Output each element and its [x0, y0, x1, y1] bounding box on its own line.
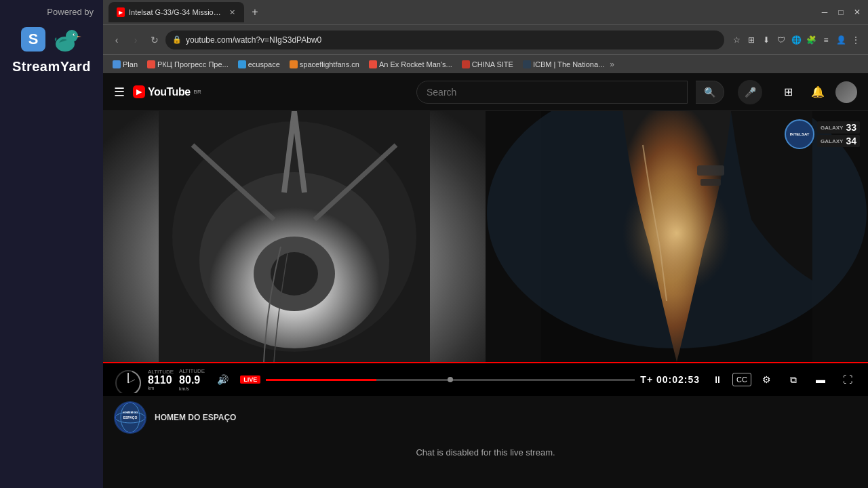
svg-point-1 [66, 30, 78, 42]
streamyard-panel: Powered by S StreamYard [0, 0, 103, 488]
new-tab-button[interactable]: + [247, 4, 263, 20]
forward-button[interactable]: › [127, 32, 144, 48]
puzzle-extensions-icon[interactable]: 🧩 [804, 33, 818, 47]
intelsat-num-33: GALAXY 33 [817, 121, 860, 134]
bookmark-rkc[interactable]: РКЦ Прогресс Пре... [143, 59, 233, 70]
youtube-search-input[interactable] [427, 87, 677, 98]
bookmark-star-icon[interactable]: ☆ [730, 33, 743, 47]
youtube-create-button[interactable]: ⊞ [776, 80, 800, 104]
timeline-progress [266, 379, 376, 381]
youtube-logo-br: BR [194, 89, 201, 95]
pause-button[interactable]: ⏸ [705, 367, 730, 392]
fullscreen-button[interactable]: ⛶ [835, 367, 860, 392]
youtube-logo[interactable]: YouTube BR [133, 85, 201, 98]
bookmark-chinasite[interactable]: CHINA SITE [458, 59, 517, 70]
translate-icon[interactable]: 🌐 [789, 33, 803, 47]
minimize-button[interactable]: ─ [819, 7, 830, 18]
browser-window: Intelsat G-33/G-34 Mission - You... ✕ + … [103, 0, 868, 488]
svg-rect-16 [697, 165, 724, 176]
shield-icon[interactable]: 🛡 [774, 33, 788, 47]
url-bar[interactable]: 🔒 youtube.com/watch?v=NIgS3dPAbw0 [165, 30, 724, 49]
youtube-search-button[interactable]: 🔍 [696, 81, 724, 104]
youtube-logo-icon [133, 85, 145, 98]
settings-button[interactable]: ⚙ [754, 367, 778, 392]
youtube-menu-icon[interactable]: ☰ [114, 85, 125, 100]
bookmark-label-icbm: ICBM | The Nationa... [533, 60, 604, 68]
youtube-avatar[interactable] [835, 81, 857, 103]
timeline-marker [448, 377, 453, 382]
altitude-unit: km [148, 386, 174, 390]
download-icon[interactable]: ⬇ [760, 33, 773, 47]
youtube-logo-text: YouTube [148, 86, 191, 98]
altitude-value: 8110 [148, 375, 174, 386]
bookmark-label-ecu: ecuspace [248, 60, 280, 68]
intelsat-text: INTELSAT [790, 132, 810, 136]
youtube-search-bar[interactable] [416, 81, 688, 104]
powered-by-label: Powered by [7, 7, 96, 17]
captions-button[interactable]: CC [732, 373, 751, 386]
back-button[interactable]: ‹ [108, 32, 125, 48]
velocity-display: ALTITUDE 80.9 km/s [179, 368, 205, 391]
channel-avatar[interactable]: HOMEM DO ESPAÇO [114, 401, 146, 434]
intelsat-num-34: GALAXY 34 [817, 135, 860, 147]
bookmark-favicon-plan [113, 60, 121, 68]
engine-camera-view [103, 111, 486, 362]
collections-icon[interactable]: ≡ [819, 33, 833, 47]
intelsat-logo: INTELSAT [785, 119, 814, 149]
title-bar: Intelsat G-33/G-34 Mission - You... ✕ + … [103, 0, 868, 24]
extensions-grid-icon[interactable]: ⊞ [745, 33, 758, 47]
bookmark-favicon-ecu [238, 60, 246, 68]
velocity-label: ALTITUDE [179, 368, 205, 374]
youtube-mic-button[interactable]: 🎤 [738, 80, 762, 104]
theater-button[interactable]: ▬ [808, 367, 833, 392]
video-player: INTELSAT GALAXY 33 GALAXY 34 [103, 111, 868, 396]
bookmark-icbm[interactable]: ICBM | The Nationa... [519, 59, 608, 70]
velocity-unit: km/s [179, 386, 205, 391]
channel-name: HOMEM DO ESPAÇO [155, 413, 857, 422]
bookmark-label-sff: spaceflightfans.cn [300, 60, 359, 68]
youtube-notifications-button[interactable]: 🔔 [806, 80, 830, 104]
bookmark-spaceflightfans[interactable]: spaceflightfans.cn [285, 59, 363, 70]
telemetry-bar: ALTITUDE 8110 km ALTITUDE 80.9 km/s 🔊 LI… [103, 362, 868, 396]
bookmarks-more-button[interactable]: » [610, 60, 614, 69]
menu-icon[interactable]: ⋮ [849, 33, 863, 47]
telemetry-gauges: ALTITUDE 8110 km [111, 366, 174, 393]
close-window-button[interactable]: ✕ [852, 7, 863, 18]
profiles-icon[interactable]: 👤 [834, 33, 848, 47]
chat-disabled-message: Chat is disabled for this live stream. [103, 439, 868, 466]
tab-title: Intelsat G-33/G-34 Mission - You... [129, 8, 224, 16]
reload-button[interactable]: ↻ [146, 32, 163, 48]
below-video-area: HOMEM DO ESPAÇO HOMEM DO ESPAÇO Chat is … [103, 396, 868, 488]
bookmark-label-exrocket: An Ex Rocket Man's... [379, 60, 452, 68]
timeline-bar[interactable] [266, 379, 635, 381]
bookmark-ecu[interactable]: ecuspace [234, 59, 284, 70]
intelsat-value-33: 33 [846, 122, 856, 133]
miniplayer-button[interactable]: ⧉ [781, 367, 806, 392]
bookmark-favicon-rkc [147, 60, 155, 68]
maximize-button[interactable]: □ [835, 7, 846, 18]
browser-toolbar-icons: ☆ ⊞ ⬇ 🛡 🌐 🧩 ≡ 👤 ⋮ [730, 33, 863, 47]
svg-point-15 [623, 172, 731, 294]
svg-text:HOMEM DO: HOMEM DO [123, 411, 138, 414]
address-bar: ‹ › ↻ 🔒 youtube.com/watch?v=NIgS3dPAbw0 … [103, 24, 868, 54]
bookmark-plan[interactable]: Plan [108, 59, 142, 70]
volume-button[interactable]: 🔊 [210, 367, 235, 392]
bookmark-favicon-sff [290, 60, 298, 68]
tab-favicon-icon [117, 7, 125, 17]
youtube-app: ☰ YouTube BR 🔍 🎤 ⊞ 🔔 [103, 73, 868, 488]
bookmark-favicon-exrocket [369, 60, 377, 68]
intelsat-overlay: INTELSAT GALAXY 33 GALAXY 34 [785, 119, 860, 149]
video-split-view: INTELSAT GALAXY 33 GALAXY 34 [103, 111, 868, 362]
lock-icon: 🔒 [172, 35, 182, 44]
tab-close-button[interactable]: ✕ [228, 8, 236, 17]
bookmark-favicon-china [462, 60, 470, 68]
bookmarks-bar: Plan РКЦ Прогресс Пре... ecuspace spacef… [103, 54, 868, 73]
svg-line-21 [128, 380, 135, 383]
svg-rect-17 [701, 179, 721, 186]
velocity-value: 80.9 [179, 374, 205, 386]
timer-display: T+ 00:02:53 [640, 374, 700, 385]
active-tab[interactable]: Intelsat G-33/G-34 Mission - You... ✕ [108, 2, 244, 22]
bookmark-exrocket[interactable]: An Ex Rocket Man's... [365, 59, 456, 70]
video-left-panel [103, 111, 486, 362]
intelsat-numbers: GALAXY 33 GALAXY 34 [817, 121, 860, 147]
